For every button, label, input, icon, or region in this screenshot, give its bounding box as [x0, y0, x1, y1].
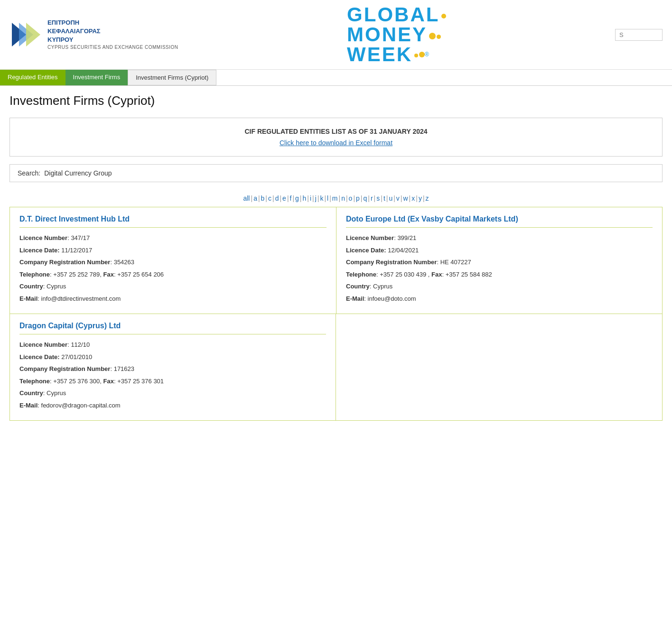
- entity-name-doto[interactable]: Doto Europe Ltd (Ex Vasby Capital Market…: [346, 215, 653, 228]
- entity-field-phone-dt: Telephone: +357 25 252 789, Fax: +357 25…: [19, 270, 327, 279]
- cif-title: CIF REGULATED ENTITIES LIST AS OF 31 JAN…: [19, 128, 653, 135]
- entity-field-email-dt: E-Mail: info@dtdirectinvestment.com: [19, 294, 327, 304]
- entity-field-licence-number-dragon: Licence Number: 112/10: [19, 340, 326, 350]
- search-bar: Search: Digital Currency Group: [9, 164, 663, 182]
- alpha-f[interactable]: f: [290, 194, 292, 202]
- alpha-u[interactable]: u: [389, 194, 392, 202]
- entity-field-country-dragon: Country: Cyprus: [19, 388, 326, 398]
- entity-field-licence-date-dt: Licence Date: 11/12/2017: [19, 246, 327, 255]
- email-value-dragon: fedorov@dragon-capital.com: [41, 402, 121, 409]
- licence-number-label-doto: Licence Number: [346, 234, 394, 241]
- search-input[interactable]: [615, 29, 663, 41]
- company-reg-label-doto: Company Registration Number: [346, 259, 437, 266]
- entity-card-dt-direct: D.T. Direct Investment Hub Ltd Licence N…: [9, 207, 336, 314]
- header-search[interactable]: [615, 29, 663, 41]
- company-reg-value-dragon: 171623: [114, 365, 134, 372]
- entity-field-company-reg-dt: Company Registration Number: 354263: [19, 258, 327, 267]
- country-label-doto: Country: [346, 283, 370, 290]
- company-reg-value-doto: HE 407227: [440, 259, 471, 266]
- logo-english: CYPRUS SECURITIES AND EXCHANGE COMMISSIO…: [47, 44, 178, 51]
- logo-greek-line1: ΕΠΙΤΡΟΠΗ: [47, 18, 178, 27]
- country-value-doto: Cyprus: [373, 283, 392, 290]
- alpha-l[interactable]: l: [327, 194, 328, 202]
- alpha-x[interactable]: x: [411, 194, 415, 202]
- alpha-k[interactable]: k: [320, 194, 323, 202]
- cif-download-link[interactable]: Click here to download in Excel format: [280, 139, 392, 147]
- alpha-d[interactable]: d: [275, 194, 279, 202]
- country-label-dragon: Country: [19, 389, 43, 397]
- fax-label: Fax: [103, 271, 113, 278]
- alpha-j[interactable]: j: [315, 194, 317, 202]
- licence-number-value-dragon: 112/10: [71, 341, 90, 348]
- licence-number-label-dragon: Licence Number: [19, 341, 67, 348]
- entity-field-email-doto: E-Mail: infoeu@doto.com: [346, 294, 653, 304]
- alpha-o[interactable]: o: [349, 194, 353, 202]
- entity-field-phone-dragon: Telephone: +357 25 376 300, Fax: +357 25…: [19, 377, 326, 386]
- cif-box: CIF REGULATED ENTITIES LIST AS OF 31 JAN…: [9, 118, 663, 157]
- logo-section: ΕΠΙΤΡΟΠΗ ΚΕΦΑΛΑΙΑΓΟΡΑΣ ΚΥΠΡΟΥ CYPRUS SEC…: [9, 18, 178, 51]
- gmw-week: WEEK: [347, 45, 412, 65]
- licence-date-value-dragon: 27/01/2010: [61, 353, 92, 361]
- entity-card-doto-europe: Doto Europe Ltd (Ex Vasby Capital Market…: [336, 207, 663, 314]
- alpha-i[interactable]: i: [310, 194, 311, 202]
- alpha-w[interactable]: w: [403, 194, 408, 202]
- alpha-v[interactable]: v: [396, 194, 400, 202]
- gmw-logo-section: GLOBAL MONEY WEEK ®: [178, 5, 615, 65]
- alpha-y[interactable]: y: [419, 194, 422, 202]
- page-title: Investment Firms (Cypriot): [0, 86, 672, 113]
- entity-card-dragon: Dragon Capital (Cyprus) Ltd Licence Numb…: [9, 314, 336, 421]
- entity-field-company-reg-dragon: Company Registration Number: 171623: [19, 364, 326, 374]
- licence-number-value-dt: 347/17: [71, 234, 90, 241]
- header: ΕΠΙΤΡΟΠΗ ΚΕΦΑΛΑΙΑΓΟΡΑΣ ΚΥΠΡΟΥ CYPRUS SEC…: [0, 0, 672, 70]
- alpha-p[interactable]: p: [356, 194, 360, 202]
- alpha-z[interactable]: z: [426, 194, 429, 202]
- nav-regulated-entities[interactable]: Regulated Entities: [0, 70, 65, 85]
- alpha-r[interactable]: r: [371, 194, 373, 202]
- alpha-c[interactable]: c: [268, 194, 271, 202]
- entity-field-country-dt: Country: Cyprus: [19, 282, 327, 291]
- alpha-q[interactable]: q: [363, 194, 367, 202]
- company-reg-label: Company Registration Number: [19, 259, 110, 266]
- licence-date-value-doto: 12/04/2021: [388, 247, 419, 254]
- nav-breadcrumb: Regulated Entities Investment Firms Inve…: [0, 70, 672, 86]
- alpha-h[interactable]: h: [302, 194, 306, 202]
- alpha-m[interactable]: m: [332, 194, 338, 202]
- country-value-dragon: Cyprus: [47, 389, 66, 397]
- logo-greek-line2: ΚΕΦΑΛΑΙΑΓΟΡΑΣ: [47, 27, 178, 36]
- entity-name-dt-direct[interactable]: D.T. Direct Investment Hub Ltd: [19, 215, 327, 228]
- telephone-label-doto: Telephone: [346, 271, 376, 278]
- entity-field-phone-doto: Telephone: +357 25 030 439 , Fax: +357 2…: [346, 270, 653, 279]
- fax-label-dragon: Fax: [103, 378, 113, 385]
- licence-number-label: Licence Number: [19, 234, 67, 241]
- email-value-doto: infoeu@doto.com: [368, 295, 416, 302]
- alpha-s[interactable]: s: [376, 194, 380, 202]
- alpha-all[interactable]: all: [243, 194, 250, 202]
- nav-investment-firms-cypriot[interactable]: Investment Firms (Cypriot): [128, 70, 216, 85]
- alpha-n[interactable]: n: [341, 194, 345, 202]
- email-label-doto: E-Mail: [346, 295, 364, 302]
- alpha-t[interactable]: t: [383, 194, 385, 202]
- fax-value-doto: +357 25 584 882: [446, 271, 492, 278]
- company-reg-value-dt: 354263: [114, 259, 134, 266]
- fax-value-dt: +357 25 654 206: [117, 271, 164, 278]
- entity-field-country-doto: Country: Cyprus: [346, 282, 653, 291]
- gmw-global: GLOBAL: [347, 5, 446, 25]
- licence-date-label-doto: Licence Date:: [346, 247, 386, 254]
- alpha-b[interactable]: b: [261, 194, 265, 202]
- entity-field-licence-date-dragon: Licence Date: 27/01/2010: [19, 352, 326, 362]
- alpha-e[interactable]: e: [282, 194, 286, 202]
- licence-date-value-dt: 11/12/2017: [61, 247, 92, 254]
- telephone-value-doto: +357 25 030 439: [380, 271, 426, 278]
- licence-date-label-dragon: Licence Date:: [19, 353, 60, 361]
- entity-name-dragon[interactable]: Dragon Capital (Cyprus) Ltd: [19, 322, 326, 334]
- entity-field-licence-number-dt: Licence Number: 347/17: [19, 233, 327, 243]
- nav-investment-firms[interactable]: Investment Firms: [65, 70, 128, 85]
- entity-field-company-reg-doto: Company Registration Number: HE 407227: [346, 258, 653, 267]
- alpha-g[interactable]: g: [295, 194, 299, 202]
- alpha-a[interactable]: a: [253, 194, 257, 202]
- country-label: Country: [19, 283, 43, 290]
- entities-row2: Dragon Capital (Cyprus) Ltd Licence Numb…: [9, 314, 663, 421]
- logo-text: ΕΠΙΤΡΟΠΗ ΚΕΦΑΛΑΙΑΓΟΡΑΣ ΚΥΠΡΟΥ CYPRUS SEC…: [47, 18, 178, 51]
- country-value-dt: Cyprus: [47, 283, 66, 290]
- cysec-logo-icon: [9, 18, 43, 51]
